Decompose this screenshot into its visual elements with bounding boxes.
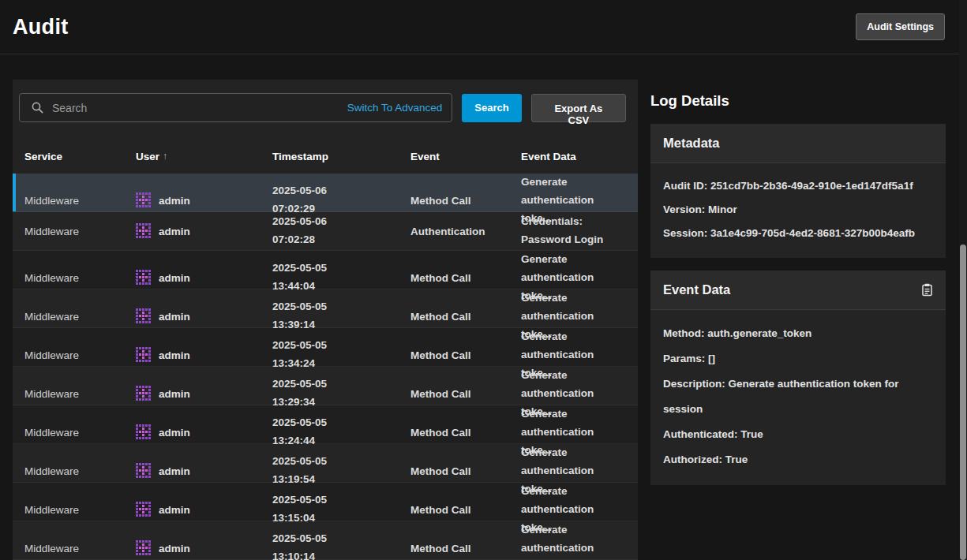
metadata-card-header: Metadata xyxy=(650,124,946,163)
cell-service: Middleware xyxy=(24,427,136,439)
cell-user: admin xyxy=(136,386,272,401)
user-name: admin xyxy=(159,311,190,323)
cell-service: Middleware xyxy=(24,388,136,400)
metadata-card: Metadata Audit ID: 251cd7bb-2b36-49a2-91… xyxy=(650,124,946,258)
user-avatar-icon xyxy=(136,424,152,440)
table-row[interactable]: Middleware admin 20 xyxy=(13,212,638,251)
cell-event: Method Call xyxy=(410,465,521,477)
user-avatar-icon xyxy=(136,270,152,286)
column-header-timestamp[interactable]: Timestamp xyxy=(272,151,410,162)
cell-event: Method Call xyxy=(410,427,521,439)
cell-service: Middleware xyxy=(24,465,136,477)
cell-service: Middleware xyxy=(24,272,136,284)
user-name: admin xyxy=(159,465,190,477)
page-header: Audit Audit Settings xyxy=(0,0,967,54)
cell-user: admin xyxy=(136,347,272,363)
audit-table-panel: Switch To Advanced Search Export As CSV … xyxy=(13,80,638,560)
cell-timestamp: 2025-05-05 13:29:34 xyxy=(272,375,410,412)
cell-service: Middleware xyxy=(24,349,136,361)
cell-user: admin xyxy=(136,502,272,517)
column-header-event[interactable]: Event xyxy=(410,151,521,162)
cell-event: Method Call xyxy=(410,349,521,361)
cell-user: admin xyxy=(136,540,272,556)
cell-user: admin xyxy=(136,308,272,324)
cell-user: admin xyxy=(136,223,272,239)
event-data-card: Event Data Method: auth.generate_token P… xyxy=(650,271,946,485)
cell-service: Middleware xyxy=(24,504,136,516)
cell-user: admin xyxy=(136,424,272,440)
table-toolbar: Switch To Advanced Search Export As CSV xyxy=(13,80,638,122)
table-row[interactable]: Middleware admin 20 xyxy=(13,251,638,289)
cell-timestamp: 2025-05-05 13:39:14 xyxy=(272,298,410,334)
user-name: admin xyxy=(159,272,190,284)
cell-service: Middleware xyxy=(24,195,136,207)
export-csv-button[interactable]: Export As CSV xyxy=(531,94,626,122)
cell-user: admin xyxy=(136,463,272,479)
log-details-panel: Log Details Metadata Audit ID: 251cd7bb-… xyxy=(650,80,946,498)
user-name: admin xyxy=(159,388,190,400)
switch-to-advanced-link[interactable]: Switch To Advanced xyxy=(347,102,443,114)
page-title: Audit xyxy=(13,15,68,39)
user-name: admin xyxy=(159,226,190,237)
metadata-body: Audit ID: 251cd7bb-2b36-49a2-910e-1ed147… xyxy=(650,163,946,258)
cell-event: Method Call xyxy=(410,311,521,323)
search-button[interactable]: Search xyxy=(462,94,521,122)
search-icon xyxy=(31,101,44,114)
event-data-body: Method: auth.generate_token Params: [] D… xyxy=(650,310,946,485)
cell-user: admin xyxy=(136,270,272,286)
cell-service: Middleware xyxy=(24,311,136,323)
cell-service: Middleware xyxy=(24,226,136,237)
cell-user: admin xyxy=(136,192,272,208)
table-body: Middleware admin 20 xyxy=(13,174,638,560)
user-avatar-icon xyxy=(136,308,152,324)
metadata-audit-id: Audit ID: 251cd7bb-2b36-49a2-910e-1ed147… xyxy=(663,174,933,198)
cell-event: Method Call xyxy=(410,195,521,207)
column-header-user[interactable]: User↑ xyxy=(136,151,272,162)
user-name: admin xyxy=(159,427,190,439)
table-header: Service User↑ Timestamp Event Event Data xyxy=(13,139,638,174)
cell-event-data: Credentials:Password Login xyxy=(521,213,626,249)
user-name: admin xyxy=(159,349,190,361)
user-name: admin xyxy=(159,504,190,516)
metadata-title: Metadata xyxy=(663,136,720,151)
event-data-description: Description: Generate authentication tok… xyxy=(663,371,933,422)
user-name: admin xyxy=(159,195,190,207)
user-avatar-icon xyxy=(136,540,152,556)
user-name: admin xyxy=(159,543,190,554)
sort-asc-icon: ↑ xyxy=(163,151,167,162)
content: Switch To Advanced Search Export As CSV … xyxy=(0,54,967,560)
cell-event: Method Call xyxy=(410,504,521,516)
user-avatar-icon xyxy=(136,347,152,363)
cell-timestamp: 2025-05-05 13:44:04 xyxy=(272,259,410,296)
user-avatar-icon xyxy=(136,192,152,208)
event-data-authenticated: Authenticated: True xyxy=(663,422,933,447)
user-avatar-icon xyxy=(136,223,152,239)
table-row[interactable]: Middleware admin 20 xyxy=(13,174,638,212)
cell-event: Method Call xyxy=(410,272,521,284)
event-data-method: Method: auth.generate_token xyxy=(663,321,933,346)
copy-to-clipboard-icon[interactable] xyxy=(921,283,933,297)
cell-service: Middleware xyxy=(24,543,136,554)
cell-timestamp: 2025-05-06 07:02:28 xyxy=(272,213,410,249)
metadata-session: Session: 3a1e4c99-705d-4ed2-8681-327b00b… xyxy=(663,222,933,245)
page-scrollbar-thumb[interactable] xyxy=(960,245,966,560)
audit-settings-button[interactable]: Audit Settings xyxy=(856,13,945,40)
cell-event: Authentication xyxy=(410,226,521,237)
user-avatar-icon xyxy=(136,386,152,401)
cell-event: Method Call xyxy=(410,388,521,400)
cell-timestamp: 2025-05-05 13:19:54 xyxy=(272,453,410,489)
event-data-card-header: Event Data xyxy=(650,271,946,310)
event-data-authorized: Authorized: True xyxy=(663,447,933,472)
cell-event: Method Call xyxy=(410,543,521,554)
search-box[interactable]: Switch To Advanced xyxy=(19,93,452,122)
metadata-version: Version: Minor xyxy=(663,198,933,222)
event-data-params: Params: [] xyxy=(663,346,933,371)
cell-timestamp: 2025-05-05 13:34:24 xyxy=(272,337,410,373)
column-header-service[interactable]: Service xyxy=(24,151,136,162)
cell-timestamp: 2025-05-05 13:15:04 xyxy=(272,491,410,528)
user-avatar-icon xyxy=(136,502,152,517)
event-data-title: Event Data xyxy=(663,282,730,297)
log-details-title: Log Details xyxy=(650,92,946,110)
cell-event-data: Generateauthentication toke... xyxy=(521,521,626,560)
column-header-event-data[interactable]: Event Data xyxy=(521,151,626,162)
